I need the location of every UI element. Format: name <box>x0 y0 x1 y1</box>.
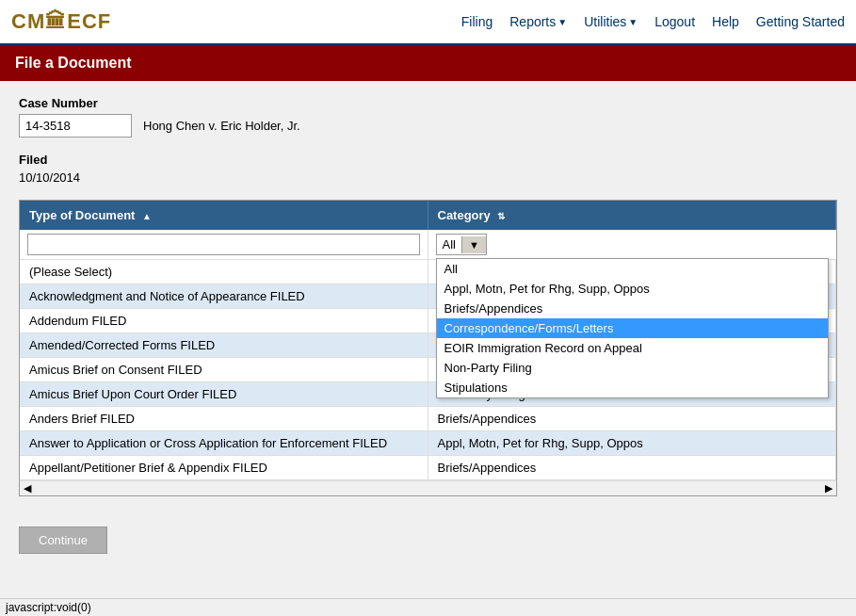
logo-cm: CM <box>11 9 45 33</box>
dropdown-option-briefs[interactable]: Briefs/Appendices <box>437 299 829 318</box>
category-dropdown-display: All <box>437 235 461 254</box>
top-navigation: CM🏛ECF Filing Reports ▼ Utilities ▼ Logo… <box>0 0 856 45</box>
category-cell-val: Briefs/Appendices <box>428 407 837 430</box>
col-header-category[interactable]: Category ⇅ <box>428 201 837 230</box>
case-name: Hong Chen v. Eric Holder, Jr. <box>143 119 300 133</box>
nav-utilities-label: Utilities <box>584 14 626 29</box>
nav-reports-label: Reports <box>509 14 556 29</box>
category-cell-val: Briefs/Appendices <box>428 456 837 479</box>
dropdown-option-correspondence[interactable]: Correspondence/Forms/Letters <box>437 318 829 338</box>
page-title: File a Document <box>15 55 132 71</box>
main-content: File a Document Case Number Hong Chen v.… <box>0 45 856 610</box>
doc-type-cell: (Please Select) <box>20 260 428 284</box>
category-cell-val: Appl, Motn, Pet for Rhg, Supp, Oppos <box>428 431 837 455</box>
nav-help[interactable]: Help <box>712 14 739 29</box>
dropdown-option-appl[interactable]: Appl, Motn, Pet for Rhg, Supp, Oppos <box>437 279 829 299</box>
continue-button[interactable]: Continue <box>19 527 107 554</box>
horizontal-scrollbar[interactable]: ◀ ▶ <box>20 480 836 495</box>
nav-filing[interactable]: Filing <box>461 14 493 29</box>
filed-label: Filed <box>19 153 837 167</box>
doc-search-input[interactable] <box>27 234 420 255</box>
col1-label: Type of Document <box>29 208 135 222</box>
doc-type-cell: Acknowledgment and Notice of Appearance … <box>20 284 428 308</box>
hscroll-left-arrow[interactable]: ◀ <box>20 482 35 494</box>
utilities-dropdown-arrow: ▼ <box>628 17 638 27</box>
logo: CM🏛ECF <box>11 9 111 34</box>
nav-reports[interactable]: Reports ▼ <box>509 14 567 29</box>
nav-utilities[interactable]: Utilities ▼ <box>584 14 638 29</box>
table-row: Anders Brief FILED Briefs/Appendices <box>20 407 836 431</box>
form-area: Case Number Hong Chen v. Eric Holder, Jr… <box>0 81 856 511</box>
category-select-wrapper: All ▼ <box>428 230 837 259</box>
sort-asc-icon: ▲ <box>142 211 152 221</box>
col-header-doc-type[interactable]: Type of Document ▲ <box>20 201 428 230</box>
doc-type-cell: Addendum FILED <box>20 309 428 332</box>
search-cell <box>20 230 428 259</box>
doc-type-cell: Amicus Brief on Consent FILED <box>20 358 428 381</box>
nav-logout[interactable]: Logout <box>654 14 695 29</box>
dropdown-option-nonparty[interactable]: Non-Party Filing <box>437 358 829 378</box>
dropdown-option-all[interactable]: All <box>437 259 829 279</box>
sort-updown-icon: ⇅ <box>497 211 505 221</box>
nav-links: Filing Reports ▼ Utilities ▼ Logout Help… <box>461 14 845 29</box>
case-number-input[interactable] <box>19 114 132 138</box>
logo-ecf: ECF <box>67 9 111 33</box>
status-bar: javascript:void(0) <box>0 598 856 616</box>
document-table: Type of Document ▲ Category ⇅ All <box>19 200 837 496</box>
reports-dropdown-arrow: ▼ <box>557 17 567 27</box>
category-dropdown-bar[interactable]: All ▼ <box>436 234 487 255</box>
category-dropdown-list: All Appl, Motn, Pet for Rhg, Supp, Oppos… <box>436 258 830 398</box>
nav-getting-started[interactable]: Getting Started <box>756 14 845 29</box>
table-header: Type of Document ▲ Category ⇅ <box>20 201 836 230</box>
col2-label: Category <box>438 208 491 222</box>
case-number-row: Hong Chen v. Eric Holder, Jr. <box>19 114 837 138</box>
category-cell: All ▼ All Appl, Motn, Pet for Rhg, Supp,… <box>428 230 837 259</box>
hscroll-right-arrow[interactable]: ▶ <box>821 482 836 494</box>
page-header: File a Document <box>0 45 856 81</box>
status-text: javascript:void(0) <box>6 601 91 614</box>
doc-type-cell: Answer to Application or Cross Applicati… <box>20 431 428 455</box>
table-row: Answer to Application or Cross Applicati… <box>20 431 836 456</box>
button-row: Continue <box>0 511 856 569</box>
doc-type-cell: Appellant/Petitioner Brief & Appendix FI… <box>20 456 428 479</box>
logo-icon: 🏛 <box>45 9 67 33</box>
filed-section: Filed 10/10/2014 <box>19 153 837 185</box>
logo-text: CM🏛ECF <box>11 9 111 34</box>
dropdown-option-stipulations[interactable]: Stipulations <box>437 378 829 397</box>
search-row: All ▼ All Appl, Motn, Pet for Rhg, Supp,… <box>20 230 836 260</box>
doc-type-cell: Amicus Brief Upon Court Order FILED <box>20 382 428 406</box>
case-number-label: Case Number <box>19 96 837 110</box>
dropdown-option-eoir[interactable]: EOIR Immigration Record on Appeal <box>437 338 829 358</box>
filed-date: 10/10/2014 <box>19 170 837 185</box>
hscroll-track[interactable] <box>35 481 821 496</box>
doc-type-cell: Amended/Corrected Forms FILED <box>20 333 428 357</box>
table-row: Appellant/Petitioner Brief & Appendix FI… <box>20 456 836 480</box>
category-dropdown-button[interactable]: ▼ <box>461 236 486 253</box>
doc-type-cell: Anders Brief FILED <box>20 407 428 430</box>
